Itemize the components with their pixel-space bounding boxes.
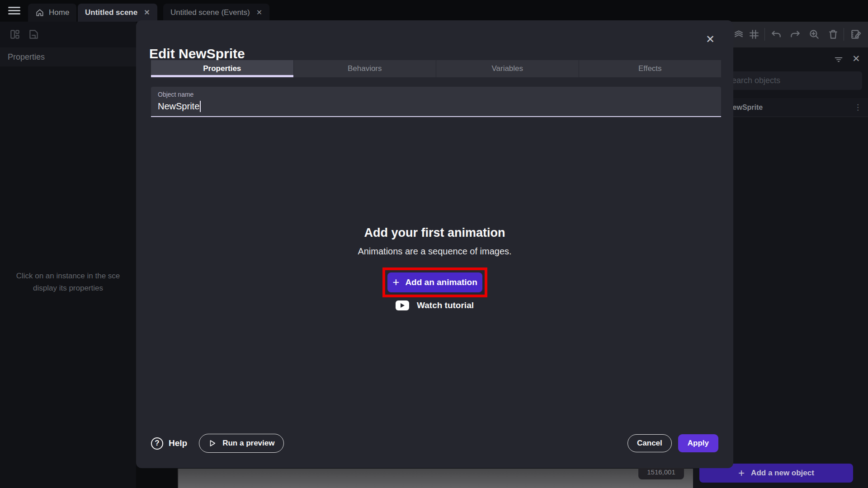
text-cursor — [200, 101, 201, 112]
properties-panel-title: Properties — [8, 52, 45, 62]
home-icon — [35, 8, 44, 17]
toolbar-divider — [764, 28, 765, 41]
youtube-icon — [396, 300, 409, 310]
close-tab-icon[interactable]: ✕ — [144, 9, 150, 16]
close-panel-icon[interactable]: ✕ — [852, 53, 860, 64]
hamburger-menu-icon[interactable] — [8, 7, 20, 14]
object-name-field[interactable]: Object name NewSprite — [151, 87, 721, 117]
watch-tutorial-link[interactable]: Watch tutorial — [136, 300, 733, 310]
help-button[interactable]: ? Help — [151, 437, 187, 450]
top-bar: Home Untitled scene ✕ Untitled scene (Ev… — [0, 0, 868, 22]
grid-icon[interactable] — [748, 28, 760, 40]
add-animation-button[interactable]: + Add an animation — [387, 272, 482, 292]
empty-state-heading: Add your first animation — [136, 226, 733, 240]
panels-icon[interactable] — [9, 28, 21, 40]
plus-icon: + — [738, 468, 745, 479]
plus-icon: + — [392, 277, 399, 287]
apply-button[interactable]: Apply — [678, 434, 718, 452]
run-preview-button[interactable]: Run a preview — [199, 434, 284, 453]
redo-icon[interactable] — [789, 28, 801, 40]
dialog-tab-bar: Properties Behaviors Variables Effects — [151, 60, 721, 77]
edit-object-dialog: Edit NewSprite ✕ Properties Behaviors Va… — [136, 20, 733, 468]
layers-icon[interactable] — [733, 28, 745, 40]
tab-variables[interactable]: Variables — [436, 60, 579, 77]
play-icon — [208, 439, 217, 447]
object-name-field-value: NewSprite — [158, 101, 201, 112]
tab-effects[interactable]: Effects — [579, 60, 722, 77]
toolbar-divider — [844, 28, 844, 41]
filter-icon[interactable] — [834, 55, 843, 63]
tab-untitled-scene-events[interactable]: Untitled scene (Events) ✕ — [163, 4, 269, 22]
cancel-button[interactable]: Cancel — [627, 434, 672, 452]
object-menu-icon[interactable]: ⋮ — [854, 103, 862, 112]
editor-toolbar-left — [0, 22, 136, 47]
object-name-field-label: Object name — [158, 91, 193, 98]
zoom-in-icon[interactable] — [808, 28, 820, 40]
instance-properties-icon[interactable] — [850, 28, 862, 40]
tab-behaviors[interactable]: Behaviors — [294, 60, 437, 77]
tab-home[interactable]: Home — [28, 4, 76, 22]
tab-label: Home — [49, 8, 69, 17]
properties-empty-hint: Click on an instance in the sce display … — [0, 270, 136, 294]
close-tab-icon[interactable]: ✕ — [256, 9, 262, 16]
undo-icon[interactable] — [770, 28, 782, 40]
tab-untitled-scene[interactable]: Untitled scene ✕ — [78, 4, 157, 22]
empty-state-subheading: Animations are a sequence of images. — [136, 246, 733, 257]
properties-panel-header: Properties — [0, 47, 136, 66]
close-dialog-icon[interactable]: ✕ — [702, 31, 718, 47]
tab-label: Untitled scene — [85, 8, 137, 17]
dialog-title: Edit NewSprite — [149, 46, 245, 61]
tab-label: Untitled scene (Events) — [170, 8, 250, 17]
properties-panel: Properties Click on an instance in the s… — [0, 47, 136, 488]
dialog-footer: ? Help Run a preview Cancel Apply — [151, 434, 718, 453]
scene-canvas[interactable] — [177, 469, 693, 488]
tab-properties[interactable]: Properties — [151, 60, 294, 77]
help-icon: ? — [151, 437, 163, 450]
trash-icon[interactable] — [827, 28, 839, 40]
save-icon[interactable] — [28, 28, 39, 40]
